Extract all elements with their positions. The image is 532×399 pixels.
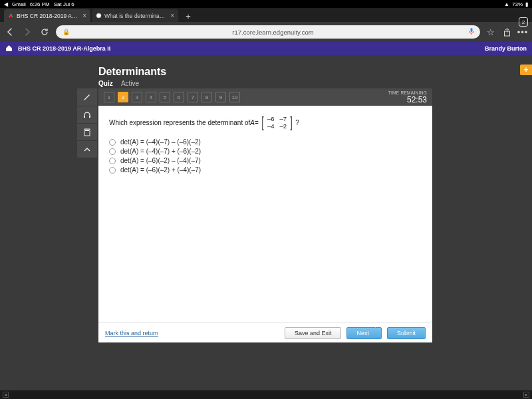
battery-percent: 73% (512, 1, 523, 7)
question-nav-2[interactable]: 2 (118, 92, 128, 102)
question-nav-10[interactable]: 10 (229, 92, 240, 102)
prompt-after: ? (295, 119, 299, 126)
question-nav-9[interactable]: 9 (215, 92, 226, 102)
variable-name: A (250, 119, 255, 126)
plus-icon: + (186, 11, 191, 21)
timer-value: 52:53 (388, 95, 427, 104)
option-text: det(A) = (–4)(–7) + (–6)(–2) (120, 148, 201, 155)
question-panel: Which expression represents the determin… (98, 106, 432, 342)
share-icon (503, 28, 511, 37)
tab-title: What is the determinant of (104, 13, 168, 19)
highlighter-tool[interactable] (77, 88, 97, 106)
matrix-cell: –6 (265, 115, 277, 122)
bookmark-button[interactable]: ☆ (485, 27, 496, 37)
matrix: [ –6–7 –4–2 ] (261, 115, 293, 130)
battery-icon: ▮ (525, 1, 528, 7)
question-nav-1[interactable]: 1 (104, 92, 114, 102)
question-nav-4[interactable]: 4 (146, 92, 156, 102)
activity-status: Active (121, 80, 139, 87)
mark-return-link[interactable]: Mark this and return (105, 330, 158, 336)
chevron-left-icon (5, 27, 15, 37)
add-tool-button[interactable]: + (520, 65, 532, 75)
radio-icon (109, 158, 116, 164)
favicon-icon (8, 13, 14, 19)
question-nav-bar: 1 2 3 4 5 6 7 8 9 10 TIME REMAINING 52:5… (98, 88, 432, 106)
answer-option[interactable]: det(A) = (–4)(–7) – (–6)(–2) (109, 138, 422, 146)
wifi-icon: ▲ (504, 1, 509, 7)
option-text: det(A) = (–4)(–7) – (–6)(–2) (120, 138, 201, 146)
triangle-right-icon: ► (524, 392, 529, 397)
pencil-icon (82, 92, 92, 102)
audio-tool[interactable] (77, 106, 97, 123)
answer-option[interactable]: det(A) = (–6)(–2) + (–4)(–7) (109, 166, 422, 174)
panel-footer: Mark this and return Save and Exit Next … (98, 323, 432, 342)
triangle-left-icon: ◄ (3, 392, 8, 397)
svg-rect-4 (89, 116, 90, 118)
os-bottom-bar: ◄ ► (0, 390, 532, 399)
mic-icon[interactable] (468, 27, 475, 37)
close-icon[interactable]: × (168, 12, 174, 19)
question-nav-6[interactable]: 6 (174, 92, 184, 102)
address-bar[interactable]: 🔒 r17.core.learn.edgenuity.com (56, 25, 480, 39)
equals-text: = (255, 119, 259, 126)
left-bracket-icon: [ (261, 116, 263, 128)
question-nav-7[interactable]: 7 (188, 92, 198, 102)
new-tab-button[interactable]: + (182, 10, 194, 22)
matrix-cell: –7 (277, 115, 290, 122)
user-name[interactable]: Brandy Burton (485, 45, 527, 52)
activity-kind: Quiz (98, 80, 113, 87)
status-time: 6:26 PM (30, 1, 50, 7)
radio-icon (109, 139, 116, 146)
question-nav-5[interactable]: 5 (160, 92, 170, 102)
headphones-icon (82, 110, 92, 120)
timer-label: TIME REMAINING (388, 90, 427, 95)
svg-rect-6 (85, 130, 89, 131)
course-title: BHS CR 2018-2019 AR-Algebra II (18, 45, 485, 52)
prompt-text: Which expression represents the determin… (109, 119, 250, 126)
matrix-cell: –2 (277, 122, 290, 130)
content-stage: + Determinants Quiz Active 1 2 3 4 5 6 7… (0, 55, 532, 390)
answer-option[interactable]: det(A) = (–6)(–2) – (–4)(–7) (109, 157, 422, 164)
prev-activity-button[interactable]: ◄ (3, 392, 9, 398)
back-to-app-chevron-icon[interactable]: ◀ (4, 1, 8, 7)
ios-status-bar: ◀ Gmail 6:26 PM Sat Jul 6 ▲ 73% ▮ (0, 0, 532, 8)
browser-toolbar: 🔒 r17.core.learn.edgenuity.com ☆ ••• (0, 22, 532, 42)
calculator-tool[interactable] (77, 123, 97, 140)
collapse-tool[interactable] (77, 140, 97, 158)
question-nav-8[interactable]: 8 (201, 92, 212, 102)
save-exit-button[interactable]: Save and Exit (285, 327, 342, 339)
chevron-up-icon (82, 145, 92, 154)
calculator-icon (82, 128, 92, 137)
browser-tab-strip: BHS CR 2018-2019 AR-Alg… × What is the d… (0, 8, 532, 22)
reload-button[interactable] (39, 26, 51, 38)
browser-tab-1[interactable]: BHS CR 2018-2019 AR-Alg… × (4, 9, 90, 22)
next-button[interactable]: Next (346, 327, 382, 339)
question-prompt: Which expression represents the determin… (98, 106, 432, 134)
svg-point-0 (96, 13, 101, 18)
right-bracket-icon: ] (291, 116, 293, 128)
back-button[interactable] (4, 26, 16, 38)
question-nav-3[interactable]: 3 (132, 92, 142, 102)
radio-icon (109, 148, 116, 155)
ellipsis-icon: ••• (517, 27, 529, 37)
close-icon[interactable]: × (80, 12, 86, 19)
svg-rect-3 (84, 116, 85, 118)
menu-button[interactable]: ••• (517, 27, 528, 37)
answer-option[interactable]: det(A) = (–4)(–7) + (–6)(–2) (109, 148, 422, 155)
tab-count-button[interactable]: 2 (519, 17, 528, 27)
forward-button (21, 26, 33, 38)
lock-icon: 🔒 (63, 29, 70, 35)
matrix-cell: –4 (265, 122, 277, 130)
submit-button[interactable]: Submit (387, 327, 426, 339)
chevron-right-icon (23, 27, 32, 37)
reload-icon (40, 27, 49, 37)
course-header: BHS CR 2018-2019 AR-Algebra II Brandy Bu… (0, 42, 532, 55)
option-text: det(A) = (–6)(–2) + (–4)(–7) (120, 166, 201, 174)
answer-options: det(A) = (–4)(–7) – (–6)(–2) det(A) = (–… (98, 134, 432, 178)
star-icon: ☆ (487, 27, 495, 37)
next-activity-button[interactable]: ► (523, 392, 529, 398)
share-button[interactable] (501, 27, 512, 37)
home-button[interactable] (5, 45, 13, 53)
browser-tab-2[interactable]: What is the determinant of × (92, 9, 178, 22)
back-to-app-label[interactable]: Gmail (12, 1, 26, 7)
